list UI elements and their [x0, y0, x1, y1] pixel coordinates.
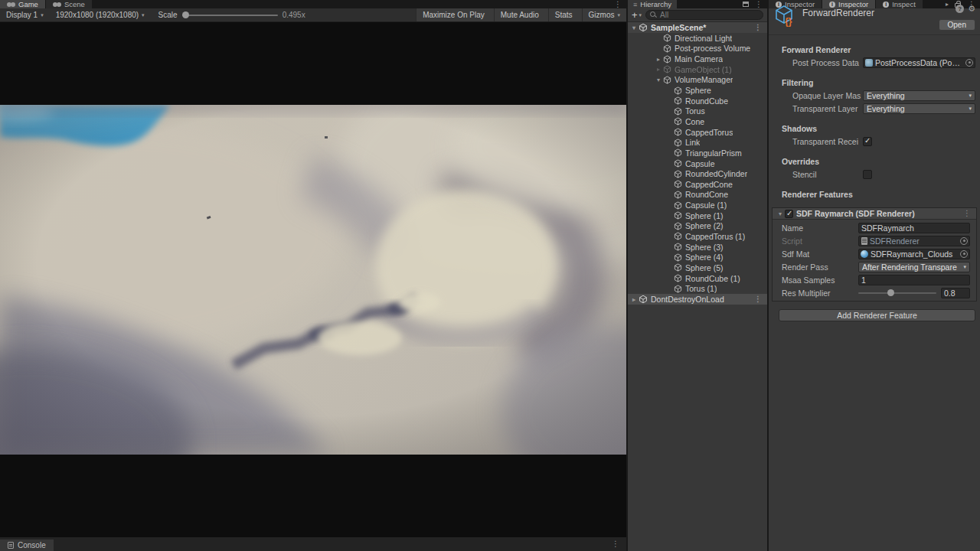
game-tabs: Game Scene: [0, 0, 93, 8]
resolution-dropdown[interactable]: 1920x1080 (1920x1080) ▾: [50, 8, 151, 21]
hierarchy-item[interactable]: Directional Light: [628, 33, 767, 44]
scale-slider[interactable]: [182, 15, 278, 16]
gear-icon[interactable]: ⚙: [968, 5, 975, 13]
hierarchy-item[interactable]: RoundCone: [628, 190, 767, 201]
kebab-icon[interactable]: ⋮: [753, 1, 765, 8]
scale-value: 0.495x: [283, 11, 305, 19]
hierarchy-item[interactable]: Sphere (3): [628, 242, 767, 253]
opaque-layer-mask-dropdown[interactable]: Everything ▾: [863, 90, 975, 101]
hierarchy-item[interactable]: Cone: [628, 116, 767, 127]
tab-console[interactable]: Console: [0, 540, 54, 551]
game-tab[interactable]: Game: [0, 0, 46, 8]
hierarchy-item[interactable]: Capsule (1): [628, 200, 767, 210]
opaque-layer-mask-label: Opaque Layer Mas: [792, 91, 863, 100]
kebab-icon[interactable]: ⋮: [609, 540, 622, 548]
kebab-icon[interactable]: ⋮: [752, 24, 764, 31]
game-tab[interactable]: Scene: [46, 0, 93, 8]
render-pass-dropdown[interactable]: After Rendering Transpare ▾: [858, 262, 970, 272]
cube-icon: [674, 263, 682, 272]
kebab-icon[interactable]: ⋮: [961, 210, 973, 217]
section-shadows: Shadows: [782, 124, 980, 133]
sdf-mat-field[interactable]: SDFRaymarch_Clouds: [858, 249, 970, 259]
foldout-icon[interactable]: ▸: [629, 296, 639, 303]
tab-hierarchy[interactable]: ≡ Hierarchy: [628, 0, 678, 8]
hierarchy-item[interactable]: RoundCube (1): [628, 273, 767, 284]
hierarchy-item[interactable]: Capsule: [628, 158, 767, 169]
scene-header-samplescene[interactable]: ▾ SampleScene* ⋮: [628, 22, 767, 33]
hierarchy-item[interactable]: Sphere (2): [628, 221, 767, 232]
hierarchy-item[interactable]: Link: [628, 137, 767, 148]
foldout-icon[interactable]: ▾: [776, 210, 785, 217]
inspector-panel: i Inspector i Inspector i Inspect ▸: [769, 0, 980, 551]
open-button[interactable]: Open: [939, 19, 975, 31]
transparent-layer-mask-label: Transparent Layer: [792, 104, 863, 113]
hierarchy-item[interactable]: Sphere (4): [628, 252, 767, 262]
hierarchy-item[interactable]: CappedTorus: [628, 127, 767, 138]
cube-icon: [674, 159, 682, 168]
cube-icon: [674, 253, 682, 262]
add-renderer-feature-button[interactable]: Add Renderer Feature: [779, 309, 975, 321]
hierarchy-item[interactable]: ▾ VolumeManager: [628, 75, 767, 86]
game-viewport[interactable]: [0, 22, 626, 537]
kebab-icon[interactable]: ⋮: [752, 295, 764, 303]
dock-icon[interactable]: [743, 2, 749, 7]
transparent-layer-mask-dropdown[interactable]: Everything ▾: [863, 103, 975, 114]
toolbar-button[interactable]: Stats: [548, 8, 582, 21]
cube-icon: [663, 34, 671, 42]
hierarchy-item[interactable]: RoundCube: [628, 96, 767, 106]
hierarchy-item[interactable]: Torus (1): [628, 283, 767, 294]
object-picker-icon[interactable]: [960, 250, 968, 258]
object-picker-icon[interactable]: [965, 59, 973, 67]
transparent-receive-shadows-label: Transparent Recei: [792, 137, 863, 146]
kebab-icon[interactable]: ⋮: [612, 1, 624, 8]
chevron-down-icon: ▾: [142, 12, 145, 18]
scale-slider-handle[interactable]: [182, 11, 189, 18]
scene-icon: [639, 23, 648, 32]
section-forward-renderer: Forward Renderer: [782, 45, 980, 54]
material-icon: [861, 250, 868, 258]
toolbar-button[interactable]: Gizmos ▾: [582, 8, 626, 21]
hierarchy-search-input[interactable]: All: [645, 10, 763, 20]
stencil-label: Stencil: [792, 170, 863, 179]
toolbar-button[interactable]: Maximize On Play: [416, 8, 494, 21]
hierarchy-item[interactable]: ▸ GameObject (1): [628, 64, 767, 75]
svg-text:{}: {}: [785, 16, 792, 27]
res-multiplier-input[interactable]: 0.8: [941, 288, 970, 298]
hierarchy-item[interactable]: RoundedCylinder: [628, 168, 767, 179]
script-field[interactable]: SDFRenderer: [858, 236, 970, 246]
feature-enabled-checkbox[interactable]: [785, 210, 793, 218]
display-dropdown[interactable]: Display 1 ▾: [0, 8, 50, 21]
hierarchy-item[interactable]: Sphere (1): [628, 210, 767, 221]
chevron-down-icon: ▾: [965, 106, 975, 112]
slider-handle[interactable]: [887, 289, 894, 296]
post-process-data-field[interactable]: PostProcessData (PostPr: [863, 57, 975, 68]
name-input[interactable]: SDFRaymarch: [858, 223, 970, 233]
foldout-icon[interactable]: ▸: [654, 66, 663, 73]
toolbar-button[interactable]: Mute Audio: [494, 8, 548, 21]
cube-icon: [674, 211, 682, 220]
console-icon: [8, 542, 14, 549]
foldout-icon[interactable]: ▸: [654, 56, 663, 63]
scene-header-dontdestroyonload[interactable]: ▸ DontDestroyOnLoad ⋮: [628, 294, 767, 305]
foldout-icon[interactable]: ▾: [654, 77, 663, 83]
stencil-checkbox[interactable]: [863, 170, 872, 179]
transparent-receive-shadows-checkbox[interactable]: [863, 137, 872, 146]
msaa-samples-input[interactable]: 1: [858, 275, 970, 285]
hierarchy-item[interactable]: CappedCone: [628, 179, 767, 190]
transparent-receive-shadows-row: Transparent Recei: [769, 135, 975, 147]
renderer-feature-header[interactable]: ▾ SDF Raymarch (SDF Renderer) ⋮: [773, 208, 976, 220]
add-object-button[interactable]: + ▾: [628, 9, 645, 21]
cube-icon: [674, 243, 682, 251]
foldout-icon[interactable]: ▾: [629, 24, 639, 31]
cube-icon: [674, 128, 682, 136]
hierarchy-item[interactable]: ▸ Main Camera: [628, 54, 767, 64]
hierarchy-item[interactable]: CappedTorus (1): [628, 231, 767, 242]
hierarchy-item[interactable]: Post-process Volume: [628, 44, 767, 54]
help-icon[interactable]: ?: [956, 5, 964, 13]
hierarchy-item[interactable]: Sphere: [628, 85, 767, 96]
hierarchy-item[interactable]: TriangularPrism: [628, 148, 767, 158]
hierarchy-item[interactable]: Torus: [628, 106, 767, 116]
hierarchy-item[interactable]: Sphere (5): [628, 262, 767, 273]
res-multiplier-slider[interactable]: [858, 288, 936, 298]
object-picker-icon[interactable]: [960, 237, 968, 245]
